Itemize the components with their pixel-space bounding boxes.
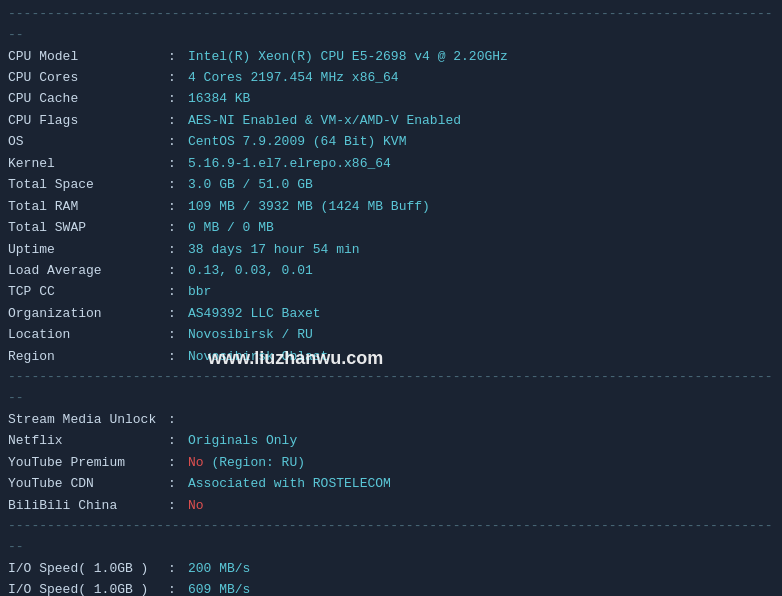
bilibili-value: No [188,495,774,516]
bilibili-colon: : [168,495,188,516]
io2-label: I/O Speed( 1.0GB ) [8,579,168,596]
sysinfo-section: CPU Model : Intel(R) Xeon(R) CPU E5-2698… [8,46,774,368]
stream-title-colon: : [168,409,188,430]
row-os: OS : CentOS 7.9.2009 (64 Bit) KVM [8,131,774,152]
region-label: Region [8,346,168,367]
divider-top: ----------------------------------------… [8,4,774,46]
total-space-label: Total Space [8,174,168,195]
load-avg-label: Load Average [8,260,168,281]
youtube-premium-label: YouTube Premium [8,452,168,473]
tcp-cc-value: bbr [188,281,774,302]
cpu-cores-value: 4 Cores 2197.454 MHz x86_64 [188,67,774,88]
total-swap-label: Total SWAP [8,217,168,238]
io2-value: 609 MB/s [188,579,774,596]
location-label: Location [8,324,168,345]
cpu-flags-label: CPU Flags [8,110,168,131]
total-space-colon: : [168,174,188,195]
netflix-colon: : [168,430,188,451]
row-youtube-cdn: YouTube CDN : Associated with ROSTELECOM [8,473,774,494]
row-load-avg: Load Average : 0.13, 0.03, 0.01 [8,260,774,281]
row-io1: I/O Speed( 1.0GB ) : 200 MB/s [8,558,774,579]
youtube-cdn-value: Associated with ROSTELECOM [188,473,774,494]
row-io2: I/O Speed( 1.0GB ) : 609 MB/s [8,579,774,596]
row-cpu-cores: CPU Cores : 4 Cores 2197.454 MHz x86_64 [8,67,774,88]
io1-label: I/O Speed( 1.0GB ) [8,558,168,579]
row-netflix: Netflix : Originals Only [8,430,774,451]
bilibili-label: BiliBili China [8,495,168,516]
stream-title-value [188,409,774,430]
row-cpu-cache: CPU Cache : 16384 KB [8,88,774,109]
cpu-model-value: Intel(R) Xeon(R) CPU E5-2698 v4 @ 2.20GH… [188,46,774,67]
location-value: Novosibirsk / RU [188,324,774,345]
row-uptime: Uptime : 38 days 17 hour 54 min [8,239,774,260]
region-colon: : [168,346,188,367]
stream-title-label: Stream Media Unlock [8,409,168,430]
io-section: I/O Speed( 1.0GB ) : 200 MB/s I/O Speed(… [8,558,774,596]
load-avg-colon: : [168,260,188,281]
total-ram-value: 109 MB / 3932 MB (1424 MB Buff) [188,196,774,217]
row-tcp-cc: TCP CC : bbr [8,281,774,302]
load-avg-value: 0.13, 0.03, 0.01 [188,260,774,281]
cpu-cache-colon: : [168,88,188,109]
os-colon: : [168,131,188,152]
org-value: AS49392 LLC Baxet [188,303,774,324]
cpu-cache-label: CPU Cache [8,88,168,109]
row-kernel: Kernel : 5.16.9-1.el7.elrepo.x86_64 [8,153,774,174]
row-total-swap: Total SWAP : 0 MB / 0 MB [8,217,774,238]
stream-section: Stream Media Unlock : Netflix : Original… [8,409,774,516]
total-space-value: 3.0 GB / 51.0 GB [188,174,774,195]
kernel-value: 5.16.9-1.el7.elrepo.x86_64 [188,153,774,174]
row-total-space: Total Space : 3.0 GB / 51.0 GB [8,174,774,195]
row-total-ram: Total RAM : 109 MB / 3932 MB (1424 MB Bu… [8,196,774,217]
total-swap-colon: : [168,217,188,238]
cpu-model-colon: : [168,46,188,67]
youtube-premium-colon: : [168,452,188,473]
row-bilibili: BiliBili China : No [8,495,774,516]
total-ram-colon: : [168,196,188,217]
kernel-colon: : [168,153,188,174]
cpu-cache-value: 16384 KB [188,88,774,109]
total-swap-value: 0 MB / 0 MB [188,217,774,238]
cpu-cores-label: CPU Cores [8,67,168,88]
row-cpu-model: CPU Model : Intel(R) Xeon(R) CPU E5-2698… [8,46,774,67]
row-location: Location : Novosibirsk / RU [8,324,774,345]
io2-colon: : [168,579,188,596]
netflix-label: Netflix [8,430,168,451]
youtube-premium-value: No (Region: RU) [188,452,774,473]
total-ram-label: Total RAM [8,196,168,217]
row-organization: Organization : AS49392 LLC Baxet [8,303,774,324]
tcp-cc-label: TCP CC [8,281,168,302]
youtube-cdn-label: YouTube CDN [8,473,168,494]
region-value: Novosibirsk Oblast [188,346,774,367]
tcp-cc-colon: : [168,281,188,302]
uptime-label: Uptime [8,239,168,260]
os-label: OS [8,131,168,152]
os-value: CentOS 7.9.2009 (64 Bit) KVM [188,131,774,152]
cpu-model-label: CPU Model [8,46,168,67]
row-region: Region : Novosibirsk Oblast www.liuzhanw… [8,346,774,367]
row-stream-title: Stream Media Unlock : [8,409,774,430]
cpu-cores-colon: : [168,67,188,88]
org-colon: : [168,303,188,324]
youtube-premium-region: (Region: RU) [204,455,305,470]
main-container: ----------------------------------------… [8,4,774,596]
cpu-flags-value: AES-NI Enabled & VM-x/AMD-V Enabled [188,110,774,131]
location-colon: : [168,324,188,345]
org-label: Organization [8,303,168,324]
row-youtube-premium: YouTube Premium : No (Region: RU) [8,452,774,473]
io1-value: 200 MB/s [188,558,774,579]
divider-io-top: ----------------------------------------… [8,516,774,558]
netflix-value: Originals Only [188,430,774,451]
youtube-cdn-colon: : [168,473,188,494]
youtube-premium-no: No [188,455,204,470]
uptime-colon: : [168,239,188,260]
uptime-value: 38 days 17 hour 54 min [188,239,774,260]
row-cpu-flags: CPU Flags : AES-NI Enabled & VM-x/AMD-V … [8,110,774,131]
io1-colon: : [168,558,188,579]
cpu-flags-colon: : [168,110,188,131]
divider-stream-top: ----------------------------------------… [8,367,774,409]
kernel-label: Kernel [8,153,168,174]
